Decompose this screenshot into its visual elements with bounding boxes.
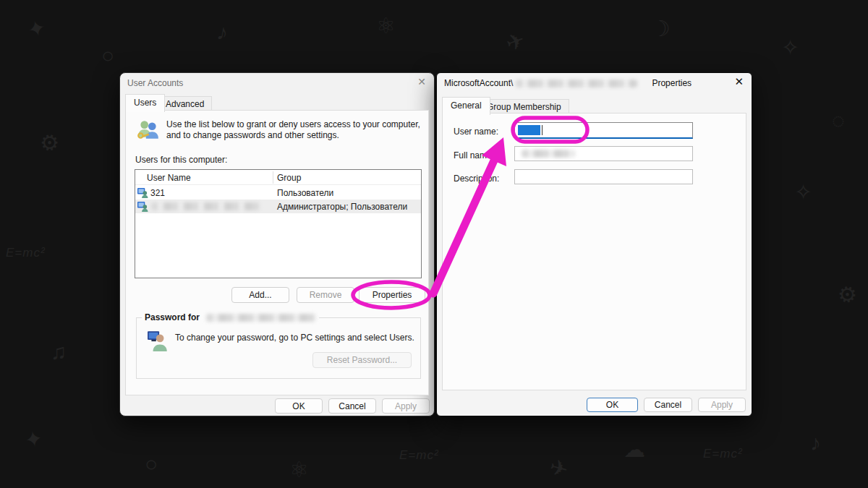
password-user-icon <box>147 328 170 351</box>
doodle-star: ✧ <box>781 35 799 60</box>
user-name-cell: 321 <box>150 188 165 198</box>
user-row-selected[interactable]: Администраторы; Пользователи <box>135 200 421 213</box>
doodle-gear: ⚙ <box>36 128 62 158</box>
group-cell: Пользователи <box>277 188 333 198</box>
doodle-plane: ✈ <box>547 453 571 482</box>
group-cell: Администраторы; Пользователи <box>277 202 407 212</box>
account-properties-window: MicrosoftAccount\ Properties ✕ General G… <box>436 72 752 416</box>
column-user-name[interactable]: User Name <box>147 173 191 183</box>
users-list-label: Users for this computer: <box>135 155 227 165</box>
doodle-note: ♪ <box>215 20 230 46</box>
column-divider[interactable] <box>273 171 273 184</box>
doodle-gear: ⚙ <box>833 279 861 310</box>
general-tab-page: User name: Full name: Description: <box>442 113 746 390</box>
remove-button[interactable]: Remove <box>297 287 354 303</box>
redacted-full-name-blur <box>522 150 575 158</box>
title-properties: Properties <box>652 78 692 88</box>
cancel-button[interactable]: Cancel <box>644 398 692 412</box>
doodle-formula: E=mc² <box>399 448 439 463</box>
tab-general[interactable]: General <box>442 97 490 115</box>
user-icon <box>137 187 148 198</box>
intro-line-2: and to change passwords and other settin… <box>166 130 424 141</box>
window-title: MicrosoftAccount\ Properties <box>444 78 692 88</box>
apply-button[interactable]: Apply <box>698 398 746 412</box>
doodle-circle: ○ <box>101 43 114 68</box>
listview-header: User Name Group <box>135 170 421 185</box>
password-groupbox: Password for To change your password, go… <box>136 317 421 379</box>
redacted-user-name-blur <box>151 202 260 210</box>
text-caret <box>542 125 542 135</box>
description-input[interactable] <box>514 169 693 184</box>
redacted-account-blur <box>206 314 316 322</box>
user-accounts-icon <box>136 117 161 142</box>
doodle-circle: ◌ <box>832 108 845 133</box>
window-title: User Accounts <box>127 78 183 88</box>
doodle-formula: E=mc² <box>703 447 743 461</box>
close-icon[interactable]: ✕ <box>417 77 426 87</box>
user-name-label: User name: <box>454 127 498 137</box>
doodle-atom: ⚛ <box>289 457 309 482</box>
column-group[interactable]: Group <box>277 173 301 183</box>
users-tab-page: Use the list below to grant or deny user… <box>125 110 429 395</box>
intro-text: Use the list below to grant or deny user… <box>166 119 424 141</box>
doodle-circle: ○ <box>145 452 158 476</box>
intro-line-1: Use the list below to grant or deny user… <box>166 119 424 130</box>
tab-users[interactable]: Users <box>125 94 165 112</box>
doodle-star: ✦ <box>25 14 48 43</box>
description-label: Description: <box>454 174 499 184</box>
user-name-input[interactable] <box>514 122 693 139</box>
doodle-star: ✧ <box>794 179 812 205</box>
doodle-note: ♫ <box>51 340 67 364</box>
doodle-note: ♪ <box>810 431 821 455</box>
password-for-label: Password for <box>145 312 200 322</box>
user-icon <box>137 201 148 212</box>
add-button[interactable]: Add... <box>231 287 289 303</box>
apply-button[interactable]: Apply <box>382 398 430 414</box>
doodle-cloud: ☁ <box>624 437 645 462</box>
doodle-star: ✦ <box>22 425 45 453</box>
doodle-atom: ⚛ <box>376 13 396 38</box>
properties-button[interactable]: Properties <box>359 287 425 303</box>
password-group-legend: Password for <box>142 312 319 322</box>
password-info-text: To change your password, go to PC settin… <box>175 333 414 343</box>
doodle-formula: E=mc² <box>6 246 46 260</box>
full-name-label: Full name: <box>454 150 494 160</box>
title-account-prefix: MicrosoftAccount\ <box>444 78 513 88</box>
reset-password-button[interactable]: Reset Password... <box>312 352 412 368</box>
desktop-background: ✦ ○ ♪ ⚛ ✈ ☽ ✧ ◌ ⚙ E=mc² ♫ ✦ ○ ⚛ E=mc² ✈ … <box>0 0 868 488</box>
doodle-moon: ☽ <box>651 16 671 41</box>
full-name-input[interactable] <box>514 146 693 161</box>
users-listview[interactable]: User Name Group 321 Пользователи <box>135 169 422 278</box>
close-icon[interactable]: ✕ <box>734 77 744 87</box>
redacted-title-blur <box>516 80 637 87</box>
doodle-plane: ✈ <box>503 27 529 56</box>
cancel-button[interactable]: Cancel <box>328 398 376 414</box>
user-accounts-window: User Accounts ✕ Users Advanced Use the l… <box>119 72 435 416</box>
ok-button[interactable]: OK <box>275 398 323 414</box>
ok-button[interactable]: OK <box>587 398 638 412</box>
selected-text-block <box>518 125 540 135</box>
user-row-321[interactable]: 321 Пользователи <box>135 186 421 200</box>
